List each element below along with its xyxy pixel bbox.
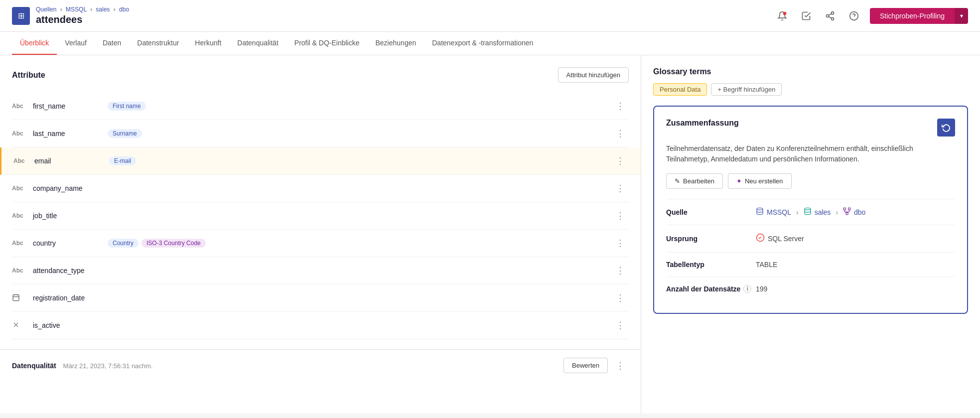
tag-iso3[interactable]: ISO-3 Country Code	[141, 239, 206, 248]
attr-menu-is-active[interactable]: ⋮	[612, 318, 629, 333]
attributes-title: Attribute	[12, 71, 45, 80]
breadcrumb: Quellen › MSSQL › sales › dbo	[36, 6, 129, 13]
attr-menu-first-name[interactable]: ⋮	[612, 99, 629, 114]
tag-email[interactable]: E-mail	[109, 156, 136, 165]
ai-create-button[interactable]: ✦ Neu erstellen	[728, 173, 792, 189]
info-label-tabellentyp: Tabellentyp	[666, 261, 756, 269]
attr-name-attendance-type: attendance_type	[33, 267, 103, 275]
summary-actions: ✎ Bearbeiten ✦ Neu erstellen	[666, 173, 955, 189]
edit-button[interactable]: ✎ Bearbeiten	[666, 173, 723, 189]
quelle-dbo[interactable]: dbo	[854, 208, 865, 216]
header-left: ⊞ Quellen › MSSQL › sales › dbo attendee…	[12, 6, 129, 25]
help-button[interactable]	[846, 8, 862, 24]
attr-menu-job-title[interactable]: ⋮	[612, 208, 629, 223]
info-row-quelle: Quelle MSSQL › sales ›	[666, 199, 955, 225]
info-value-tabellentyp: TABLE	[756, 261, 777, 269]
db-icon2	[804, 207, 812, 217]
attr-tags-first-name: First name	[108, 102, 607, 111]
tag-first-name[interactable]: First name	[108, 102, 146, 111]
boolean-icon	[12, 321, 28, 330]
attributes-panel-header: Attribute Attribut hinzufügen	[12, 67, 629, 83]
info-tooltip-icon[interactable]: i	[743, 285, 751, 293]
tab-beziehungen[interactable]: Beziehungen	[368, 32, 424, 55]
attribute-row-is-active: is_active ⋮	[12, 312, 629, 339]
svg-rect-16	[843, 208, 845, 210]
add-attribute-button[interactable]: Attribut hinzufügen	[558, 67, 629, 83]
svg-point-1	[832, 11, 834, 14]
tab-datenexport[interactable]: Datenexport & -transformationen	[424, 32, 541, 55]
info-value-quelle: MSSQL › sales › dbo	[756, 207, 865, 217]
check-tasks-button[interactable]	[798, 8, 814, 24]
attr-menu-last-name[interactable]: ⋮	[612, 126, 629, 141]
info-label-quelle: Quelle	[666, 208, 756, 216]
info-label-anzahl: Anzahl der Datensätze i	[666, 285, 756, 293]
svg-point-14	[757, 208, 763, 210]
nav-tabs: Überblick Verlauf Daten Datenstruktur He…	[0, 32, 980, 55]
attribute-row-job-title: Abc job_title ⋮	[12, 202, 629, 230]
type-icon-abc: Abc	[12, 185, 28, 192]
sample-profiling-dropdown[interactable]: ▾	[955, 8, 968, 24]
svg-rect-17	[848, 208, 850, 210]
add-term-button[interactable]: + Begriff hinzufügen	[711, 83, 782, 96]
quelle-mssql[interactable]: MSSQL	[767, 208, 791, 216]
app-logo-icon: ⊞	[12, 7, 30, 25]
calendar-icon	[12, 293, 28, 303]
type-icon-abc: Abc	[12, 240, 28, 247]
svg-rect-8	[13, 294, 19, 300]
attr-menu-country[interactable]: ⋮	[612, 236, 629, 251]
attr-menu-reg-date[interactable]: ⋮	[612, 290, 629, 305]
anzahl-text: 199	[756, 285, 767, 293]
summary-title: Zusammenfassung	[666, 119, 739, 128]
type-icon-abc: Abc	[12, 103, 28, 110]
attr-tags-country: Country ISO-3 Country Code	[108, 239, 607, 248]
schema-icon	[843, 207, 851, 217]
right-panel: Glossary terms Personal Data + Begriff h…	[641, 55, 980, 414]
page-title: attendees	[36, 14, 129, 25]
info-value-ursprung: SQL Server	[756, 233, 804, 244]
summary-header: Zusammenfassung	[666, 119, 955, 137]
quelle-sales[interactable]: sales	[815, 208, 831, 216]
attribute-row-company-name: Abc company_name ⋮	[12, 175, 629, 202]
svg-line-4	[829, 16, 832, 18]
edit-icon: ✎	[675, 177, 680, 185]
tab-profil-dq[interactable]: Profil & DQ-Einblicke	[286, 32, 368, 55]
type-icon-abc: Abc	[13, 157, 29, 164]
left-panel: Attribute Attribut hinzufügen Abc first_…	[0, 55, 641, 414]
main-content: Attribute Attribut hinzufügen Abc first_…	[0, 55, 980, 414]
svg-point-15	[805, 208, 811, 210]
tab-herkunft[interactable]: Herkunft	[187, 32, 229, 55]
type-icon-abc: Abc	[12, 267, 28, 274]
attr-name-registration-date: registration_date	[33, 294, 103, 302]
svg-point-3	[832, 17, 834, 20]
tag-country[interactable]: Country	[108, 239, 139, 248]
info-value-anzahl: 199	[756, 285, 767, 293]
dq-title: Datenqualität	[12, 362, 56, 370]
attr-menu-attendance[interactable]: ⋮	[612, 263, 629, 278]
attr-menu-company[interactable]: ⋮	[612, 181, 629, 196]
svg-line-5	[829, 13, 832, 15]
tab-daten[interactable]: Daten	[95, 32, 129, 55]
tag-surname[interactable]: Surname	[108, 129, 142, 138]
attr-menu-email[interactable]: ⋮	[612, 153, 629, 168]
header-right: Stichproben-Profiling ▾	[774, 8, 968, 24]
attr-name-first-name: first_name	[33, 102, 103, 110]
share-button[interactable]	[822, 8, 838, 24]
tab-datenqualitat[interactable]: Datenqualität	[229, 32, 286, 55]
attr-name-company: company_name	[33, 184, 103, 192]
svg-rect-18	[846, 213, 848, 215]
restore-button[interactable]	[937, 119, 955, 137]
attribute-row-registration-date: registration_date ⋮	[12, 284, 629, 312]
attribute-row-email: Abc email E-mail ⋮	[0, 147, 641, 175]
sample-profiling-button[interactable]: Stichproben-Profiling	[870, 8, 955, 24]
notification-button[interactable]	[774, 8, 790, 24]
rate-button[interactable]: Bewerten	[563, 358, 608, 373]
ai-label: Neu erstellen	[745, 177, 783, 185]
tab-verlauf[interactable]: Verlauf	[57, 32, 95, 55]
tab-uberblick[interactable]: Überblick	[12, 32, 57, 55]
svg-point-2	[827, 14, 829, 17]
personal-data-tag[interactable]: Personal Data	[653, 83, 707, 96]
info-row-ursprung: Ursprung SQL Server	[666, 225, 955, 252]
dq-info: Datenqualität März 21, 2023, 7:56:31 nac…	[12, 362, 153, 370]
dq-menu[interactable]: ⋮	[612, 358, 629, 373]
tab-datenstruktur[interactable]: Datenstruktur	[129, 32, 187, 55]
